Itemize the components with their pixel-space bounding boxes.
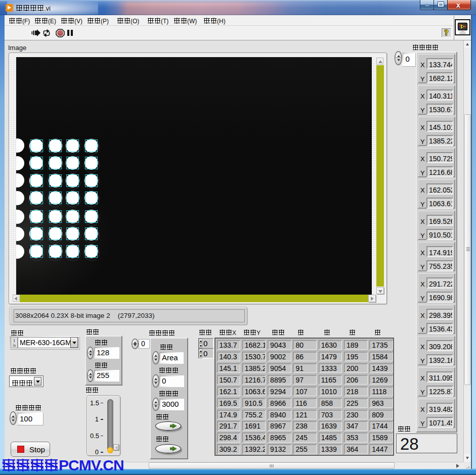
- svg-text:?: ?: [445, 29, 449, 37]
